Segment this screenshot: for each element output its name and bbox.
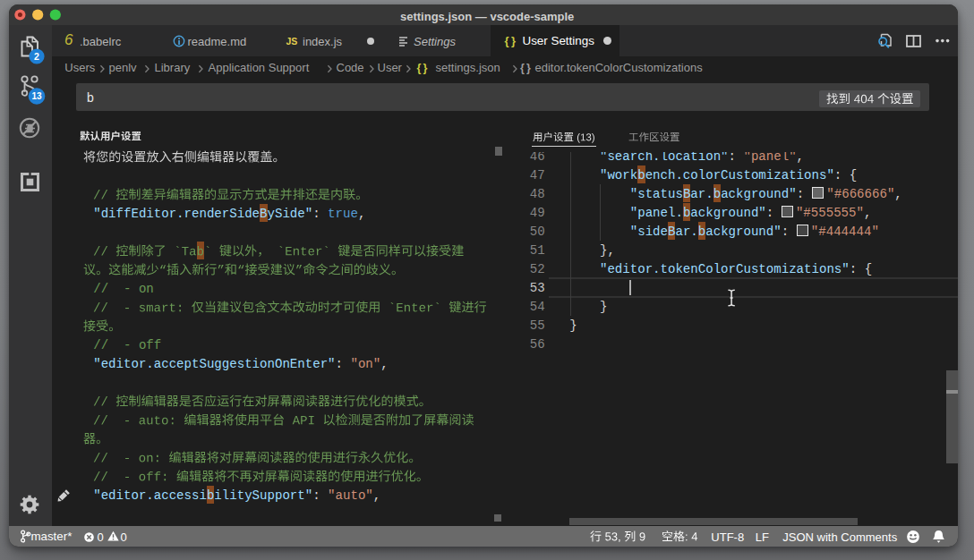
svg-text:13: 13	[31, 91, 42, 101]
svg-text:2: 2	[34, 51, 39, 62]
